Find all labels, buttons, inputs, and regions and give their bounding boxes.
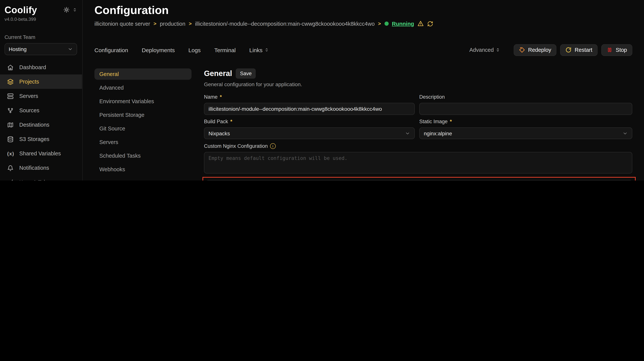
subnav-preview-deployments[interactable]: Preview Deployments [94,177,192,181]
breadcrumb-separator: > [378,21,381,27]
status-link[interactable]: Running [392,21,414,27]
breadcrumb-separator: > [189,21,192,27]
annotation-highlight-box: Generate Default Nginx Configuration [202,177,636,181]
app-logo: Coolify [4,5,37,16]
breadcrumb-project[interactable]: illicitonion quote server [94,21,150,27]
restart-icon [566,47,572,53]
tab-configuration[interactable]: Configuration [94,47,128,53]
sidebar-item-shared-variables[interactable]: (x) Shared Variables [0,146,82,161]
info-icon: i [270,143,276,149]
advanced-selector[interactable]: Advanced [469,47,500,53]
required-asterisk: * [450,119,452,124]
sidebar-item-keys-tokens[interactable]: Keys & Tokens [0,175,82,181]
chevron-down-icon [622,131,628,136]
breadcrumb-environment[interactable]: production [160,21,185,27]
required-asterisk: * [220,94,222,100]
refresh-status-icon[interactable] [428,21,434,27]
sidebar-nav: Dashboard Projects Servers Sources Desti… [0,60,82,181]
subnav-persistent-storage[interactable]: Persistent Storage [94,109,192,121]
subnav-advanced[interactable]: Advanced [94,82,192,93]
app-version: v4.0.0-beta.399 [4,17,77,22]
chevron-down-icon [405,131,410,136]
description-label: Description [419,94,445,100]
status-dot [384,22,388,26]
team-select[interactable]: Hosting [4,43,77,55]
sidebar-item-destinations[interactable]: Destinations [0,118,82,132]
subnav-git-source[interactable]: Git Source [94,123,192,134]
sidebar-item-sources[interactable]: Sources [0,103,82,118]
static-image-label: Static Image [419,119,448,124]
coolify-app: Coolify v4.0.0-beta.399 Current Team Hos… [0,0,644,181]
subnav-general[interactable]: General [94,68,192,80]
sidebar-item-notifications[interactable]: Notifications [0,161,82,175]
redeploy-button[interactable]: Redeploy [514,44,556,56]
layers-icon [7,79,14,85]
variable-icon: (x) [7,151,14,156]
breadcrumb-resource[interactable]: illicitestonion/-module--decomposition:m… [195,21,375,27]
name-label: Name [204,94,218,100]
subnav-environment-variables[interactable]: Environment Variables [94,96,192,107]
server-icon [7,93,14,99]
custom-nginx-textarea[interactable] [204,152,632,174]
main-area: Configuration illicitonion quote server … [83,0,644,181]
breadcrumb-separator: > [154,21,156,27]
breadcrumb: illicitonion quote server > production >… [94,21,632,27]
warning-icon[interactable] [418,21,424,27]
tab-logs[interactable]: Logs [188,47,201,53]
build-pack-label: Build Pack [204,119,228,124]
sidebar-item-servers[interactable]: Servers [0,89,82,103]
build-pack-select[interactable]: Nixpacks [204,127,415,139]
chevron-down-icon [68,47,73,52]
current-team-label: Current Team [4,35,77,40]
section-description: General configuration for your applicati… [204,81,632,87]
name-input[interactable] [204,103,415,115]
tabs-row: Configuration Deployments Logs Terminal … [94,44,632,56]
sidebar-item-projects[interactable]: Projects [0,75,82,89]
save-button[interactable]: Save [236,68,256,79]
stop-icon [606,47,613,53]
tab-deployments[interactable]: Deployments [142,47,175,53]
subnav-servers[interactable]: Servers [94,136,192,148]
theme-sun-icon[interactable] [64,7,70,13]
map-icon [7,122,14,128]
sidebar: Coolify v4.0.0-beta.399 Current Team Hos… [0,0,83,181]
chevrons-up-down-icon [496,48,500,52]
static-image-select[interactable]: nginx:alpine [419,127,632,139]
required-asterisk: * [230,119,232,124]
sidebar-item-s3-storages[interactable]: S3 Storages [0,132,82,146]
home-icon [7,64,14,71]
redeploy-icon [519,47,525,53]
custom-nginx-label: Custom Nginx Configuration [204,143,268,149]
generate-nginx-button[interactable]: Generate Default Nginx Configuration [206,180,632,181]
subnav-webhooks[interactable]: Webhooks [94,164,192,175]
restart-button[interactable]: Restart [560,44,598,56]
theme-selector-chevrons-icon[interactable] [72,8,77,12]
page-title: Configuration [94,4,632,17]
stop-button[interactable]: Stop [601,44,632,56]
git-icon [7,107,14,114]
config-subnav: General Advanced Environment Variables P… [94,68,192,181]
tab-terminal[interactable]: Terminal [214,47,236,53]
tab-links[interactable]: Links [249,47,269,53]
bell-icon [7,165,14,171]
subnav-scheduled-tasks[interactable]: Scheduled Tasks [94,150,192,161]
general-form: General Save General configuration for y… [204,68,632,181]
sidebar-item-dashboard[interactable]: Dashboard [0,60,82,75]
key-icon [7,179,14,181]
chevrons-up-down-icon [264,48,269,52]
section-title: General [204,69,232,78]
description-input[interactable] [419,103,632,115]
database-icon [7,136,14,142]
